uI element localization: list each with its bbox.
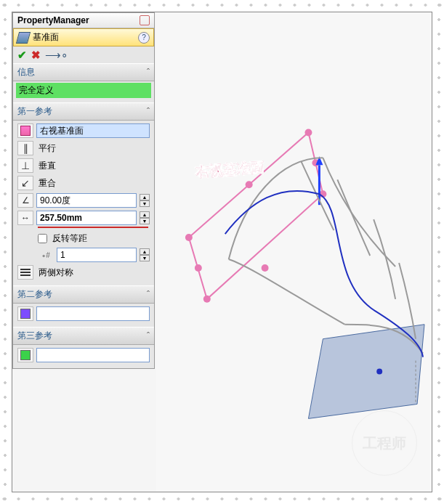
chevron-up-icon: ˆ <box>147 331 150 341</box>
distance-spinner[interactable]: ▲▼ <box>140 211 150 224</box>
perpendicular-label: 垂直 <box>36 160 150 172</box>
plane-handle[interactable] <box>195 264 202 272</box>
distance-value: 257.50mm <box>40 213 82 223</box>
watermark-text: 工程师 <box>363 434 406 453</box>
ref3-filter-icon[interactable] <box>17 348 33 362</box>
section-ref1-head[interactable]: 第一参考 ˆ <box>13 102 154 121</box>
ref3-selection-field[interactable] <box>36 348 150 362</box>
coincident-icon[interactable]: ↙ <box>17 176 33 190</box>
instances-value: 1 <box>60 250 65 260</box>
watermark: 工程师 <box>352 410 417 476</box>
ref2-selection-field[interactable] <box>36 306 150 321</box>
ref1-selection-value: 右视基准面 <box>40 125 84 137</box>
help-icon[interactable]: ? <box>138 32 150 44</box>
underline-annotation <box>38 227 148 228</box>
property-manager-panel: PropertyManager 基准面 ? ✔ ✖ ⟶∘ 信息 ˆ 完全定义 第… <box>12 12 155 369</box>
pm-title: PropertyManager <box>17 15 89 25</box>
instances-field[interactable]: 1 <box>57 248 137 262</box>
section-ref1-label: 第一参考 <box>17 105 52 118</box>
offset-plane-preview <box>308 325 424 419</box>
angle-icon[interactable]: ∠ <box>17 193 33 208</box>
ref1-selection-field[interactable]: 右视基准面 <box>36 123 150 138</box>
section-ref3-label: 第三参考 <box>17 330 52 342</box>
angle-value: 90.00度 <box>40 195 70 207</box>
ok-button[interactable]: ✔ <box>17 49 27 60</box>
distance-icon[interactable]: ↔ <box>17 211 33 225</box>
source-plane-outline[interactable] <box>189 132 323 298</box>
plane-handle[interactable] <box>304 129 312 136</box>
symmetric-label: 两侧对称 <box>36 267 150 279</box>
chevron-up-icon: ˆ <box>147 68 150 78</box>
plane-handle[interactable] <box>262 264 269 272</box>
origin-point <box>376 369 382 375</box>
cancel-button[interactable]: ✖ <box>31 49 41 60</box>
selection-filter-icon[interactable] <box>17 123 33 138</box>
angle-field[interactable]: 90.00度 <box>36 193 137 208</box>
chevron-up-icon: ˆ <box>147 290 150 300</box>
plane-handle[interactable] <box>185 234 193 241</box>
instances-spinner[interactable]: ▲▼ <box>140 248 150 261</box>
distance-field[interactable]: 257.50mm <box>36 211 137 225</box>
angle-spinner[interactable]: ▲▼ <box>140 194 150 207</box>
section-info-label: 信息 <box>17 66 35 78</box>
pm-confirm-row: ✔ ✖ ⟶∘ <box>13 46 154 63</box>
plane-handle[interactable] <box>246 181 253 188</box>
instances-icon: ∘# <box>38 248 54 262</box>
flip-offset-label: 反转等距 <box>50 232 150 245</box>
ref2-filter-icon[interactable] <box>17 306 33 321</box>
section-info-body: 完全定义 <box>13 81 154 102</box>
section-ref3-head[interactable]: 第三参考 ˆ <box>13 327 154 345</box>
symmetric-icon[interactable] <box>17 265 33 280</box>
pm-feature-header: 基准面 ? <box>13 28 154 46</box>
parallel-icon[interactable]: ∥ <box>17 141 33 155</box>
coincident-label: 重合 <box>36 177 150 190</box>
plane-icon <box>16 32 31 44</box>
flip-offset-checkbox[interactable] <box>38 234 47 243</box>
status-fully-defined: 完全定义 <box>16 83 151 98</box>
section-ref3-body <box>13 345 154 368</box>
perpendicular-icon[interactable]: ⊥ <box>17 158 33 173</box>
plane-handle[interactable] <box>203 296 211 303</box>
parallel-label: 平行 <box>36 142 150 155</box>
detail-preview-button[interactable]: ⟶∘ <box>45 49 68 60</box>
section-ref2-head[interactable]: 第二参考 ˆ <box>13 285 154 304</box>
pm-feature-title: 基准面 <box>33 31 59 44</box>
pm-titlebar: PropertyManager <box>13 13 154 28</box>
section-info-head[interactable]: 信息 ˆ <box>13 63 154 81</box>
section-ref2-body <box>13 304 154 327</box>
chevron-up-icon: ˆ <box>147 107 150 117</box>
section-ref1-body: 右视基准面 ∥ 平行 ⊥ 垂直 ↙ 重合 ∠ 90.00度 ▲▼ <box>13 121 154 285</box>
pin-icon[interactable] <box>140 15 150 25</box>
section-ref2-label: 第二参考 <box>17 288 52 301</box>
